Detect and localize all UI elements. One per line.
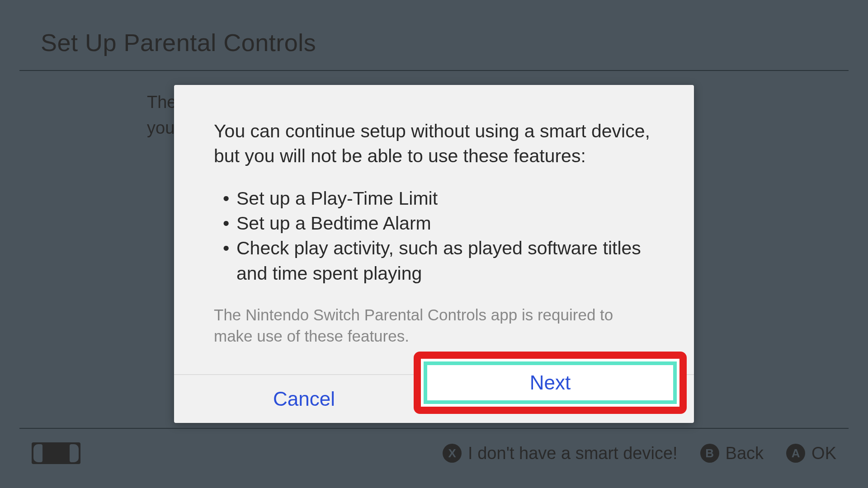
list-item: Check play activity, such as played soft… <box>223 236 654 286</box>
cancel-button[interactable]: Cancel <box>174 375 434 423</box>
dialog-intro-text: You can continue setup without using a s… <box>214 119 654 169</box>
list-item: Set up a Play-Time Limit <box>223 186 654 211</box>
b-button-icon: B <box>700 444 719 463</box>
list-item: Set up a Bedtime Alarm <box>223 211 654 236</box>
x-button-label: I don't have a smart device! <box>468 444 678 463</box>
a-button-label: OK <box>811 444 836 463</box>
x-button-icon: X <box>443 444 462 463</box>
console-icon <box>32 442 80 464</box>
header-divider <box>19 70 849 71</box>
page-title: Set Up Parental Controls <box>41 28 827 56</box>
a-button-icon: A <box>786 444 805 463</box>
next-button[interactable]: Next <box>424 361 677 404</box>
next-button-highlight: Next <box>414 352 687 414</box>
x-button-action[interactable]: X I don't have a smart device! <box>443 444 678 463</box>
dialog-feature-list: Set up a Play-Time Limit Set up a Bedtim… <box>214 186 654 286</box>
a-button-action[interactable]: A OK <box>786 444 836 463</box>
b-button-label: Back <box>726 444 764 463</box>
b-button-action[interactable]: B Back <box>700 444 764 463</box>
dialog-note-text: The Nintendo Switch Parental Controls ap… <box>214 304 654 347</box>
